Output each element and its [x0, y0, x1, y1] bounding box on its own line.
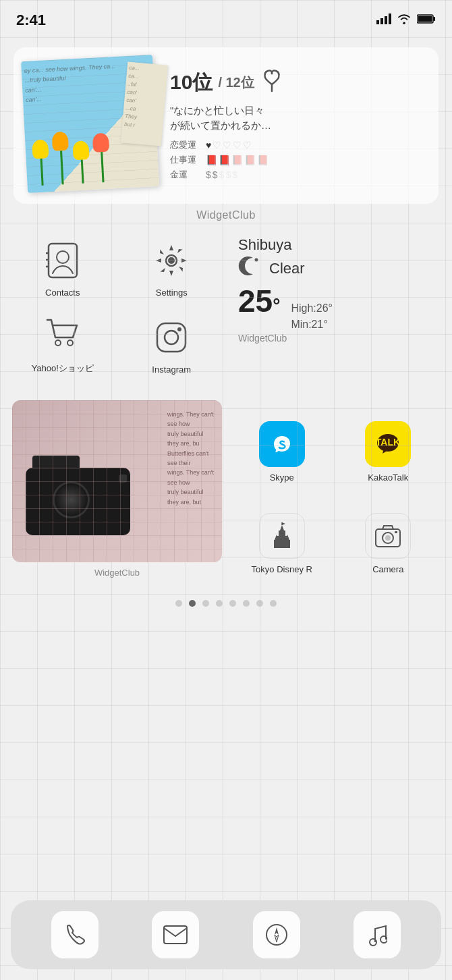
svg-text:TALK: TALK — [376, 437, 400, 447]
svg-rect-37 — [395, 531, 397, 533]
dot-4 — [216, 600, 223, 607]
dot-6 — [243, 600, 250, 607]
right-app-grid: Skype TALK KakaoTalk — [226, 395, 444, 584]
dock-mail[interactable] — [152, 911, 199, 958]
fortune-money-row: 金運 $ $ $ $ $ — [170, 169, 428, 181]
page-dots — [0, 600, 452, 607]
tokyo-disney-icon — [259, 513, 305, 559]
skype-app[interactable]: Skype — [229, 398, 335, 489]
photo-bg-grid — [12, 400, 222, 562]
horoscope-image: ey ca... see how wings. They ca... ...tr… — [24, 58, 159, 193]
svg-point-20 — [255, 258, 258, 262]
svg-point-14 — [168, 257, 175, 264]
camera-label: Camera — [372, 564, 403, 574]
status-time: 2:41 — [16, 11, 46, 29]
kakaotalk-label: KakaoTalk — [368, 472, 408, 483]
instagram-label: Instagram — [152, 364, 191, 375]
skype-label: Skype — [270, 472, 294, 483]
yahoo-app[interactable]: Yahoo!ショッピ — [8, 304, 117, 381]
kakaotalk-icon: TALK — [365, 421, 411, 467]
contacts-label: Contacts — [45, 288, 80, 298]
skype-icon — [259, 421, 305, 467]
second-section: wings. They can't see how truly beautifu… — [0, 389, 452, 589]
compass-icon — [265, 923, 288, 946]
svg-rect-17 — [157, 323, 186, 352]
dock-phone[interactable] — [51, 911, 98, 958]
instagram-icon — [154, 321, 188, 354]
svg-rect-5 — [433, 17, 435, 21]
horoscope-text: "なにかと忙しい日々が続いて置かれるか… — [170, 103, 428, 134]
money-icons: $ $ $ $ $ — [206, 169, 237, 180]
work-icons: 📕 📕 📕 📕 📕 — [206, 155, 269, 165]
svg-rect-6 — [418, 16, 432, 22]
battery-icon — [417, 13, 436, 27]
horoscope-widget: ey ca... see how wings. They ca... ...tr… — [13, 47, 439, 204]
yahoo-label: Yahoo!ショッピ — [32, 362, 94, 375]
yahoo-icon-wrap — [41, 314, 84, 357]
tokyo-disney-label: Tokyo Disney R — [252, 564, 312, 574]
settings-icon — [154, 244, 188, 277]
weather-widget: Shibuya Clear 25° High:26° Min:21° Widge… — [226, 229, 444, 381]
svg-rect-26 — [274, 540, 279, 548]
signal-icon — [376, 13, 391, 27]
love-icons: ♥ ♡ ♡ ♡ ♡ — [206, 140, 252, 151]
dock-music[interactable] — [354, 911, 401, 958]
status-icons — [376, 13, 436, 27]
horoscope-rank-sub: / 12位 — [218, 74, 254, 92]
svg-rect-3 — [389, 13, 391, 24]
dot-3 — [202, 600, 209, 607]
camera-icon — [365, 513, 411, 559]
weather-temp-main: 25° — [238, 283, 280, 319]
contacts-app[interactable]: Contacts — [8, 229, 117, 304]
svg-rect-1 — [380, 18, 383, 24]
svg-marker-33 — [282, 522, 285, 525]
weather-wc-label: WidgetClub — [238, 333, 439, 344]
svg-point-18 — [165, 331, 178, 344]
music-icon — [367, 923, 387, 946]
work-label: 仕事運 — [170, 154, 200, 166]
dock-compass[interactable] — [253, 911, 300, 958]
weather-temp-range: High:26° Min:21° — [291, 300, 333, 333]
instagram-app[interactable]: Instagram — [117, 304, 227, 381]
svg-point-9 — [57, 251, 69, 263]
cart-icon — [46, 317, 80, 354]
settings-app[interactable]: Settings — [117, 229, 227, 304]
svg-rect-27 — [285, 540, 290, 548]
dot-1 — [175, 600, 182, 607]
widget-club-label-1: WidgetClub — [0, 209, 452, 221]
horoscope-info: 10位 / 12位 "なにかと忙しい日々が続いて置かれるか… 恋愛運 ♥ ♡ ♡… — [170, 68, 428, 184]
tokyo-disney-app[interactable]: Tokyo Disney R — [229, 489, 335, 581]
fortune-work-row: 仕事運 📕 📕 📕 📕 📕 — [170, 154, 428, 166]
horoscope-rank-main: 10位 — [170, 69, 213, 97]
svg-rect-28 — [279, 530, 285, 539]
main-row-1: Contacts — [0, 224, 452, 387]
svg-marker-29 — [280, 525, 284, 530]
svg-rect-2 — [385, 16, 387, 24]
instagram-icon-wrap — [150, 316, 193, 359]
settings-label: Settings — [156, 288, 188, 298]
kakaotalk-app[interactable]: TALK KakaoTalk — [335, 398, 442, 489]
fortune-love-row: 恋愛運 ♥ ♡ ♡ ♡ ♡ — [170, 139, 428, 151]
svg-rect-0 — [376, 20, 379, 24]
svg-marker-40 — [275, 927, 279, 935]
camera-app[interactable]: Camera — [335, 489, 442, 581]
weather-city: Shibuya — [238, 236, 292, 254]
money-label: 金運 — [170, 169, 200, 181]
moon-icon — [238, 254, 262, 283]
widgetclub-photo-label: WidgetClub — [12, 566, 222, 578]
phone-icon — [63, 923, 86, 946]
svg-point-36 — [385, 535, 391, 541]
left-apps: Contacts — [8, 229, 226, 381]
photo-widget-cell: wings. They can't see how truly beautifu… — [8, 395, 226, 584]
dot-2 — [189, 600, 196, 607]
weather-condition-text: Clear — [269, 260, 305, 277]
aries-symbol — [260, 68, 284, 98]
svg-point-16 — [67, 340, 73, 346]
svg-point-15 — [55, 340, 61, 346]
weather-temp-row: 25° High:26° Min:21° — [238, 283, 439, 333]
svg-point-19 — [177, 327, 181, 331]
svg-rect-38 — [164, 926, 187, 944]
settings-icon-wrap — [150, 239, 193, 282]
photo-widget: wings. They can't see how truly beautifu… — [12, 400, 222, 562]
dot-8 — [270, 600, 277, 607]
